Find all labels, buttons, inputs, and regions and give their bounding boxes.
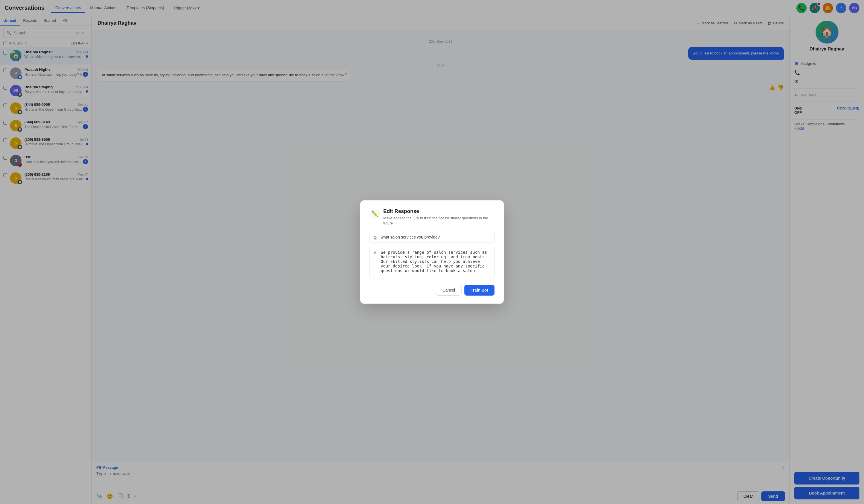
question-field: Q [370,232,494,243]
answer-field: A We provide a range of salon services s… [370,247,494,279]
edit-response-modal: ✏️ Edit Response Make edits to the Q/A t… [360,200,504,304]
modal-header: ✏️ Edit Response Make edits to the Q/A t… [370,208,494,226]
modal-subtitle: Make edits to the Q/A to train the bot f… [383,216,494,226]
question-input[interactable] [381,235,490,239]
cancel-button[interactable]: Cancel [436,285,462,296]
question-label: Q [374,235,378,240]
answer-textarea[interactable]: We provide a range of salon services suc… [381,250,490,276]
modal-title: Edit Response [383,208,494,214]
pencil-icon: ✏️ [371,210,379,217]
modal-footer: Cancel Train Bot [370,285,494,296]
answer-input-row: A We provide a range of salon services s… [370,247,494,279]
modal-overlay: ✏️ Edit Response Make edits to the Q/A t… [0,0,864,504]
answer-label: A [374,250,378,255]
train-bot-button[interactable]: Train Bot [464,285,494,296]
question-input-row: Q [370,232,494,243]
modal-icon: ✏️ [370,208,380,219]
